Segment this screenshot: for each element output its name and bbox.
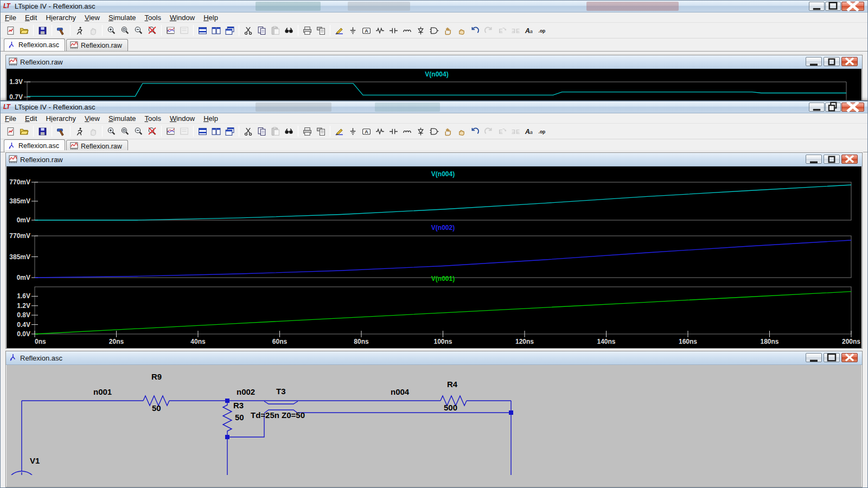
capacitor-button[interactable] xyxy=(387,125,400,138)
trace-label-V(n004)[interactable]: V(n004) xyxy=(431,170,455,178)
diode-button[interactable] xyxy=(414,125,427,138)
paste-button[interactable] xyxy=(269,24,282,37)
ground-button[interactable] xyxy=(346,24,360,37)
cut-button[interactable] xyxy=(241,125,255,138)
print-button[interactable] xyxy=(301,24,314,37)
tile-vertical-button[interactable] xyxy=(209,125,223,138)
resistor-button[interactable] xyxy=(373,125,387,138)
window-titlebar[interactable]: LT LTspice IV - Reflexion.asc xyxy=(1,101,867,113)
label-net-button[interactable]: A xyxy=(360,24,373,37)
waveform-child-titlebar[interactable]: Reflexion.raw xyxy=(6,55,862,69)
redo-button[interactable] xyxy=(482,125,495,138)
autorange-button[interactable] xyxy=(164,125,177,138)
spice-directive-button[interactable]: .op xyxy=(536,125,550,138)
menu-item-edit[interactable]: Edit xyxy=(21,114,41,123)
window-titlebar[interactable]: LT LTspice IV - Reflexion.asc xyxy=(1,1,867,12)
find-button[interactable] xyxy=(282,24,296,37)
mirror-button[interactable]: EE xyxy=(509,24,522,37)
print-button[interactable] xyxy=(301,125,314,138)
inductor-button[interactable] xyxy=(400,24,414,37)
menu-item-help[interactable]: Help xyxy=(199,13,222,22)
menu-item-window[interactable]: Window xyxy=(165,13,199,22)
menu-item-hierarchy[interactable]: Hierarchy xyxy=(41,13,80,22)
zoom-full-button[interactable] xyxy=(145,125,159,138)
menu-item-hierarchy[interactable]: Hierarchy xyxy=(41,114,80,123)
save-button[interactable] xyxy=(36,24,49,37)
child-restore-button[interactable] xyxy=(824,155,840,164)
menu-item-file[interactable]: File xyxy=(1,13,21,22)
find-button[interactable] xyxy=(282,125,296,138)
waveform-plot-svg[interactable]: 770mV385mV0mVV(n004)770mV385mV0mVV(n002)… xyxy=(7,166,861,348)
net-label-n002[interactable]: n002 xyxy=(237,387,255,396)
mirror-button[interactable]: EE xyxy=(509,125,522,138)
tile-vertical-button[interactable] xyxy=(209,24,223,37)
print-preview-button[interactable] xyxy=(314,24,328,37)
component-ref-r3[interactable]: R3 xyxy=(233,401,244,410)
cascade-button[interactable] xyxy=(223,24,237,37)
ground-button[interactable] xyxy=(346,125,360,138)
move-button[interactable] xyxy=(441,24,455,37)
minimize-button[interactable] xyxy=(809,2,825,11)
menu-item-tools[interactable]: Tools xyxy=(141,13,165,22)
open-button[interactable] xyxy=(17,24,31,37)
maximize-button[interactable] xyxy=(825,2,841,11)
drag-button[interactable] xyxy=(455,125,468,138)
move-button[interactable] xyxy=(441,125,455,138)
menu-item-tools[interactable]: Tools xyxy=(141,114,165,123)
restore-button[interactable] xyxy=(825,102,841,112)
waveform-plot-area[interactable]: 1.3V0.7VV(n004) xyxy=(7,69,861,101)
component-ref-r9[interactable]: R9 xyxy=(151,372,162,381)
menu-item-file[interactable]: File xyxy=(1,114,21,123)
resistor-button[interactable] xyxy=(373,24,387,37)
component-ref-t3[interactable]: T3 xyxy=(276,387,286,396)
component-ref-r4[interactable]: R4 xyxy=(447,380,457,389)
schematic-child-titlebar[interactable]: Reflexion.asc xyxy=(6,351,862,365)
zoom-in-button[interactable] xyxy=(105,24,118,37)
inductor-button[interactable] xyxy=(400,125,414,138)
redo-button[interactable] xyxy=(482,24,495,37)
autorange-button[interactable] xyxy=(164,24,177,37)
label-net-button[interactable]: A xyxy=(360,125,373,138)
cascade-button[interactable] xyxy=(223,125,237,138)
child-minimize-button[interactable] xyxy=(806,353,822,362)
rotate-button[interactable]: E xyxy=(495,24,509,37)
tile-horizontal-button[interactable] xyxy=(196,24,209,37)
child-close-button[interactable] xyxy=(841,57,858,66)
control-panel-button[interactable] xyxy=(54,125,68,138)
text-button[interactable]: Aa xyxy=(522,24,536,37)
menu-item-window[interactable]: Window xyxy=(165,114,199,123)
copy-button[interactable] xyxy=(255,24,269,37)
manual-limits-button[interactable] xyxy=(177,24,191,37)
run-button[interactable] xyxy=(73,24,86,37)
menu-item-view[interactable]: View xyxy=(80,114,104,123)
menu-item-edit[interactable]: Edit xyxy=(21,13,41,22)
child-restore-button[interactable] xyxy=(824,57,840,66)
menu-item-simulate[interactable]: Simulate xyxy=(104,114,141,123)
component-value-r4[interactable]: 500 xyxy=(444,403,457,412)
wire-button[interactable] xyxy=(333,125,346,138)
tile-horizontal-button[interactable] xyxy=(196,125,209,138)
paste-button[interactable] xyxy=(269,125,282,138)
drag-button[interactable] xyxy=(455,24,468,37)
capacitor-button[interactable] xyxy=(387,24,400,37)
component-ref-v1[interactable]: V1 xyxy=(30,456,40,465)
zoom-box-button[interactable] xyxy=(118,24,132,37)
menu-item-help[interactable]: Help xyxy=(199,114,222,123)
component-value-r3[interactable]: 50 xyxy=(235,413,244,422)
save-button[interactable] xyxy=(36,125,49,138)
zoom-in-button[interactable] xyxy=(105,125,118,138)
open-button[interactable] xyxy=(17,125,31,138)
undo-button[interactable] xyxy=(468,125,482,138)
rotate-button[interactable]: E xyxy=(495,125,509,138)
net-label-n004[interactable]: n004 xyxy=(391,387,409,396)
diode-button[interactable] xyxy=(414,24,427,37)
undo-button[interactable] xyxy=(468,24,482,37)
cut-button[interactable] xyxy=(241,24,255,37)
new-schematic-button[interactable] xyxy=(4,24,17,37)
waveform-plot-area[interactable]: 770mV385mV0mVV(n004)770mV385mV0mVV(n002)… xyxy=(7,166,861,348)
control-panel-button[interactable] xyxy=(54,24,68,37)
component-button[interactable] xyxy=(427,24,441,37)
close-button[interactable] xyxy=(841,102,864,112)
child-minimize-button[interactable] xyxy=(806,155,822,164)
close-button[interactable] xyxy=(841,2,864,11)
